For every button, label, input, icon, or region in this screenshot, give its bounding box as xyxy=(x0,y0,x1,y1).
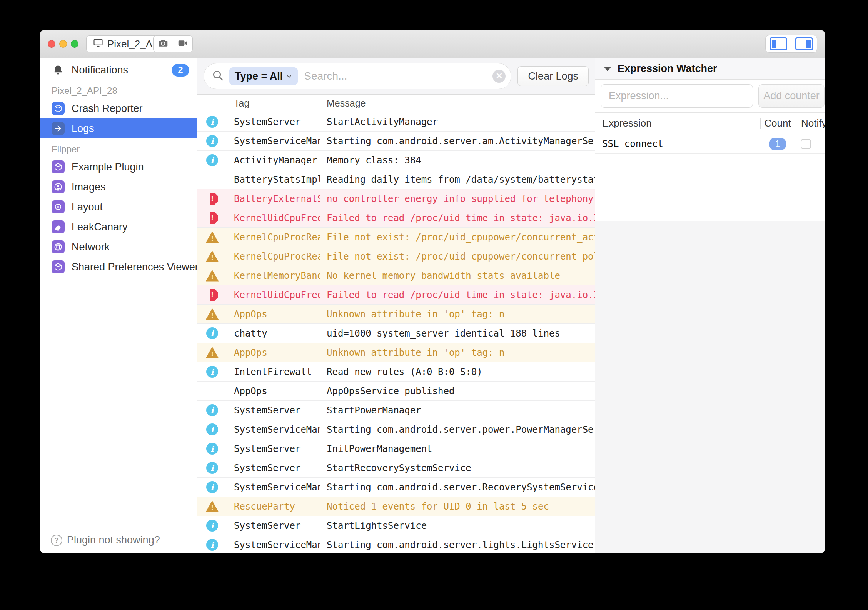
log-row[interactable]: iSystemServerInitPowerManagement xyxy=(197,439,595,458)
sidebar-item-label: Network xyxy=(72,241,110,253)
log-tag-cell: SystemServer xyxy=(227,463,320,473)
search-box[interactable]: Type = All ✕ xyxy=(204,63,511,89)
sidebar-item-notifications[interactable]: Notifications 2 xyxy=(40,60,197,80)
sidebar-item-network[interactable]: Network xyxy=(40,237,197,257)
log-row[interactable]: iSystemServiceManagerStarting com.androi… xyxy=(197,132,595,151)
log-level-cell: i xyxy=(197,520,227,532)
log-row[interactable]: iSystemServerStartActivityManager xyxy=(197,112,595,132)
sidebar-item-images[interactable]: Images xyxy=(40,177,197,197)
log-tag-cell: AppOps xyxy=(227,309,320,320)
log-message-cell: File not exist: /proc/uid_cpupower/concu… xyxy=(320,232,595,243)
log-row[interactable]: iSystemServiceManagerStarting com.androi… xyxy=(197,535,595,553)
sidebar-toggles xyxy=(765,35,817,53)
titlebar: Pixel_2_API_28 xyxy=(40,30,825,58)
toggle-left-sidebar-button[interactable] xyxy=(766,35,791,52)
cube-icon xyxy=(52,160,65,173)
log-row[interactable]: !KernelUidCpuFreqTimeReaderFailed to rea… xyxy=(197,208,595,228)
log-row[interactable]: iSystemServerStartRecoverySystemService xyxy=(197,458,595,478)
log-message-cell: uid=1000 system_server identical 188 lin… xyxy=(320,328,595,339)
log-row[interactable]: iSystemServiceManagerStarting com.androi… xyxy=(197,420,595,439)
log-row[interactable]: !KernelCpuProcReaderFile not exist: /pro… xyxy=(197,247,595,266)
log-message-cell: File not exist: /proc/uid_cpupower/concu… xyxy=(320,251,595,262)
log-row[interactable]: !BatteryExternalStatsWorkerno controller… xyxy=(197,189,595,208)
add-counter-button[interactable]: Add counter xyxy=(758,84,825,108)
notify-checkbox[interactable] xyxy=(801,139,811,149)
log-tag-cell: BatteryStatsImpl xyxy=(227,174,320,185)
clear-search-icon[interactable]: ✕ xyxy=(492,70,506,83)
plugin-help-link[interactable]: ? Plugin not showing? xyxy=(51,534,160,546)
log-row[interactable]: iSystemServerStartLightsService xyxy=(197,516,595,535)
screen-record-button[interactable] xyxy=(173,36,192,52)
log-row[interactable]: !AppOpsUnknown attribute in 'op' tag: n xyxy=(197,343,595,362)
log-table-header: Tag Message xyxy=(197,95,595,112)
info-icon: i xyxy=(206,404,218,416)
column-header-count[interactable]: Count xyxy=(760,118,795,129)
sidebar-item-logs[interactable]: Logs xyxy=(40,118,197,138)
log-message-cell: StartActivityManager xyxy=(320,117,595,127)
log-level-cell: i xyxy=(197,366,227,378)
toggle-right-sidebar-button[interactable] xyxy=(791,35,817,52)
info-icon: i xyxy=(206,539,218,551)
log-row[interactable]: !KernelMemoryBandwidthStatsNo kernel mem… xyxy=(197,266,595,285)
sidebar-item-layout[interactable]: Layout xyxy=(40,197,197,217)
count-badge: 1 xyxy=(769,138,786,150)
sidebar-item-example-plugin[interactable]: Example Plugin xyxy=(40,157,197,177)
log-level-cell: i xyxy=(197,539,227,551)
warning-icon: ! xyxy=(206,501,219,512)
minimize-window-button[interactable] xyxy=(59,40,67,48)
log-message-cell: Starting com.android.server.RecoverySyst… xyxy=(320,482,595,493)
log-message-cell: Starting com.android.server.am.ActivityM… xyxy=(320,136,595,147)
user-circle-icon xyxy=(52,180,65,193)
search-input[interactable] xyxy=(303,70,487,83)
sidebar-item-leakcanary[interactable]: LeakCanary xyxy=(40,217,197,237)
log-row[interactable]: !KernelUidCpuFreqTimeReaderFailed to rea… xyxy=(197,285,595,305)
log-row[interactable]: BatteryStatsImplReading daily items from… xyxy=(197,170,595,189)
log-level-cell: ! xyxy=(197,501,227,512)
log-tag-cell: KernelMemoryBandwidthStats xyxy=(227,270,320,281)
log-tag-cell: SystemServer xyxy=(227,117,320,127)
log-row[interactable]: !AppOpsUnknown attribute in 'op' tag: n xyxy=(197,305,595,324)
screenshot-button[interactable] xyxy=(154,36,173,52)
log-row[interactable]: ichattyuid=1000 system_server identical … xyxy=(197,324,595,343)
log-row[interactable]: iIntentFirewallRead new rules (A:0 B:0 S… xyxy=(197,362,595,382)
watcher-row[interactable]: SSL_connect1 xyxy=(595,134,825,154)
column-header-notify[interactable]: Notify xyxy=(795,118,825,129)
sidebar-item-label: Images xyxy=(72,181,106,193)
log-row[interactable]: AppOpsAppOpsService published xyxy=(197,382,595,401)
log-row[interactable]: iActivityManagerMemory class: 384 xyxy=(197,151,595,170)
expression-input[interactable] xyxy=(601,84,753,108)
column-header-message[interactable]: Message xyxy=(320,95,595,112)
sidebar-section-label: Pixel_2_API_28 xyxy=(40,80,197,98)
sidebar-item-label: Layout xyxy=(72,201,103,213)
sidebar-item-label: Shared Preferences Viewer xyxy=(72,261,197,273)
log-row[interactable]: iSystemServiceManagerStarting com.androi… xyxy=(197,478,595,497)
log-level-cell: i xyxy=(197,404,227,416)
log-row[interactable]: !RescuePartyNoticed 1 events for UID 0 i… xyxy=(197,497,595,516)
sidebar-item-label: Crash Reporter xyxy=(72,103,143,115)
log-row[interactable]: !KernelCpuProcReaderFile not exist: /pro… xyxy=(197,228,595,247)
log-row[interactable]: iSystemServerStartPowerManager xyxy=(197,401,595,420)
logs-pane: Type = All ✕ Clear Logs Tag Message iSys… xyxy=(197,58,595,553)
log-message-cell: AppOpsService published xyxy=(320,386,595,397)
column-header-expression[interactable]: Expression xyxy=(595,117,760,129)
column-header-icon xyxy=(197,95,227,112)
log-tag-cell: AppOps xyxy=(227,347,320,358)
log-level-cell: ! xyxy=(197,251,227,262)
log-rows: iSystemServerStartActivityManageriSystem… xyxy=(197,112,595,553)
zoom-window-button[interactable] xyxy=(71,40,78,48)
close-window-button[interactable] xyxy=(48,40,55,48)
info-icon: i xyxy=(206,366,218,378)
log-message-cell: StartLightsService xyxy=(320,520,595,531)
info-icon: i xyxy=(206,462,218,474)
log-message-cell: Failed to read /proc/uid_time_in_state: … xyxy=(320,213,595,223)
column-header-tag[interactable]: Tag xyxy=(227,95,320,112)
info-icon: i xyxy=(206,443,218,455)
watcher-header[interactable]: Expression Watcher xyxy=(595,58,825,80)
sidebar-item-crash-reporter[interactable]: Crash Reporter xyxy=(40,98,197,118)
clear-logs-button[interactable]: Clear Logs xyxy=(517,66,589,86)
search-icon xyxy=(212,69,224,83)
log-level-cell: ! xyxy=(197,289,227,301)
sidebar-item-shared-preferences-viewer[interactable]: Shared Preferences Viewer xyxy=(40,257,197,277)
info-icon: i xyxy=(206,423,218,435)
type-filter-chip[interactable]: Type = All xyxy=(229,67,298,85)
